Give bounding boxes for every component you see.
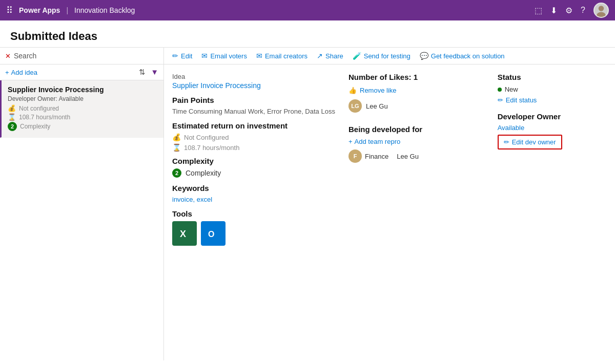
status-row: New — [498, 85, 607, 93]
email-voters-icon: ✉ — [201, 52, 208, 60]
svg-text:O: O — [208, 230, 214, 239]
filter-icon[interactable]: ▼ — [151, 68, 158, 77]
help-icon[interactable]: ? — [581, 6, 585, 15]
download-icon[interactable]: ⬇ — [550, 6, 557, 15]
svg-point-1 — [597, 12, 605, 18]
page-header: Submitted Ideas — [0, 20, 615, 48]
detail-left-column: Idea Supplier Invoice Processing Pain Po… — [172, 73, 336, 352]
edit-button[interactable]: ✏ Edit — [172, 52, 192, 60]
plus-icon: + — [5, 69, 9, 76]
idea-value[interactable]: Supplier Invoice Processing — [172, 81, 336, 90]
sidebar: ✕ Search + Add idea ⇅ ▼ Supplier Invoice… — [0, 48, 164, 360]
remove-like-button[interactable]: 👍 Remove like — [348, 87, 397, 94]
sidebar-actions: + Add idea ⇅ ▼ — [0, 65, 163, 80]
excel-tool-icon: X — [172, 221, 197, 246]
detail-mid-column: Number of Likes: 1 👍 Remove like LG Lee … — [348, 73, 485, 352]
dev-owner-value: Available — [498, 124, 607, 132]
dev-owner-title: Developer Owner — [498, 112, 607, 121]
complexity-badge-detail: 2 — [172, 168, 181, 178]
grid-icon[interactable]: ⠿ — [6, 5, 13, 16]
roi-hours-row: ⌛ 108.7 hours/month — [172, 143, 336, 152]
share-button[interactable]: ↗ Share — [317, 52, 343, 60]
settings-icon[interactable]: ⚙ — [565, 6, 572, 15]
team-finance: F Finance — [348, 149, 388, 163]
not-configured-label: Not configured — [19, 105, 59, 112]
svg-text:X: X — [180, 229, 186, 239]
app-title: Innovation Backlog — [74, 6, 135, 14]
svg-point-0 — [599, 6, 604, 11]
email-creators-button[interactable]: ✉ Email creators — [256, 52, 308, 60]
share-label: Share — [325, 52, 343, 60]
search-label: Search — [14, 52, 36, 60]
send-for-testing-button[interactable]: 🧪 Send for testing — [353, 52, 411, 60]
top-navigation: ⠿ Power Apps | Innovation Backlog ⬚ ⬇ ⚙ … — [0, 0, 615, 20]
complexity-title: Complexity — [172, 157, 336, 165]
edit-dev-owner-button[interactable]: ✏ Edit dev owner — [498, 135, 562, 149]
money-icon-roi: 💰 — [172, 133, 181, 141]
sidebar-item-supplier-invoice[interactable]: Supplier Invoice Processing Developer Ow… — [0, 80, 163, 138]
team-row: F Finance Lee Gu — [348, 149, 485, 163]
plus-icon-team: + — [348, 138, 353, 145]
pencil-icon-status: ✏ — [498, 96, 503, 104]
money-icon: 💰 — [8, 104, 16, 112]
pencil-icon-dev: ✏ — [504, 138, 509, 146]
hourglass-icon: ⌛ — [8, 113, 16, 121]
content-area: ✏ Edit ✉ Email voters ✉ Email creators ↗… — [164, 48, 615, 360]
content-body: Idea Supplier Invoice Processing Pain Po… — [164, 65, 615, 360]
liker-row: LG Lee Gu — [348, 99, 485, 113]
sidebar-item-hours-row: ⌛ 108.7 hours/month — [8, 113, 157, 121]
screencast-icon[interactable]: ⬚ — [535, 6, 542, 15]
hours-label: 108.7 hours/month — [19, 114, 70, 121]
complexity-text: Complexity — [186, 169, 221, 177]
search-row: ✕ Search — [5, 52, 158, 60]
add-idea-label: Add idea — [11, 69, 37, 76]
detail-right-column: Status New ✏ Edit status Developer Owner… — [498, 73, 607, 352]
add-idea-button[interactable]: + Add idea — [5, 69, 37, 76]
status-title: Status — [498, 73, 607, 81]
status-value: New — [505, 85, 518, 93]
edit-label: Edit — [181, 52, 192, 60]
keywords-title: Keywords — [172, 184, 336, 192]
liker-avatar: LG — [348, 99, 362, 113]
main-layout: ✕ Search + Add idea ⇅ ▼ Supplier Invoice… — [0, 48, 615, 360]
tools-title: Tools — [172, 209, 336, 218]
being-developed-title: Being developed for — [348, 125, 485, 134]
email-voters-button[interactable]: ✉ Email voters — [201, 52, 247, 60]
add-team-button[interactable]: + Add team repro — [348, 138, 400, 145]
page-title: Submitted Ideas — [10, 30, 605, 43]
roi-not-configured-row: 💰 Not Configured — [172, 133, 336, 141]
complexity-label: Complexity — [20, 123, 50, 130]
get-feedback-label: Get feedback on solution — [431, 52, 505, 60]
liker-name: Lee Gu — [366, 102, 388, 110]
team-person-name: Lee Gu — [397, 153, 419, 160]
status-dot-icon — [498, 88, 502, 92]
roi-not-configured: Not Configured — [184, 134, 229, 141]
get-feedback-button[interactable]: 💬 Get feedback on solution — [420, 52, 505, 60]
sidebar-item-not-configured-row: 💰 Not configured — [8, 104, 157, 112]
sidebar-action-icons: ⇅ ▼ — [139, 68, 158, 77]
user-avatar[interactable] — [593, 3, 609, 18]
edit-status-button[interactable]: ✏ Edit status — [498, 96, 537, 104]
email-creators-icon: ✉ — [256, 52, 262, 60]
team-person: Lee Gu — [397, 153, 419, 160]
close-search-icon[interactable]: ✕ — [5, 52, 11, 60]
sidebar-item-title: Supplier Invoice Processing — [8, 85, 157, 94]
remove-like-label: Remove like — [360, 87, 397, 94]
finance-avatar: F — [348, 149, 362, 163]
sort-icon[interactable]: ⇅ — [139, 68, 146, 77]
nav-separator: | — [66, 6, 68, 14]
send-testing-label: Send for testing — [364, 52, 411, 60]
app-name: Power Apps — [19, 6, 60, 14]
pain-points-title: Pain Points — [172, 96, 336, 104]
pain-points-value: Time Consuming Manual Work, Error Prone,… — [172, 108, 336, 115]
sidebar-item-complexity-row: 2 Complexity — [8, 122, 157, 131]
thumbs-up-icon: 👍 — [348, 87, 357, 94]
feedback-icon: 💬 — [420, 52, 428, 60]
complexity-value-row: 2 Complexity — [172, 168, 336, 178]
sidebar-search-toolbar: ✕ Search — [0, 48, 163, 65]
email-voters-label: Email voters — [210, 52, 247, 60]
outlook-tool-icon: O — [201, 221, 225, 246]
complexity-badge: 2 — [8, 122, 17, 131]
roi-title: Estimated return on investment — [172, 121, 336, 130]
edit-icon: ✏ — [172, 52, 178, 60]
